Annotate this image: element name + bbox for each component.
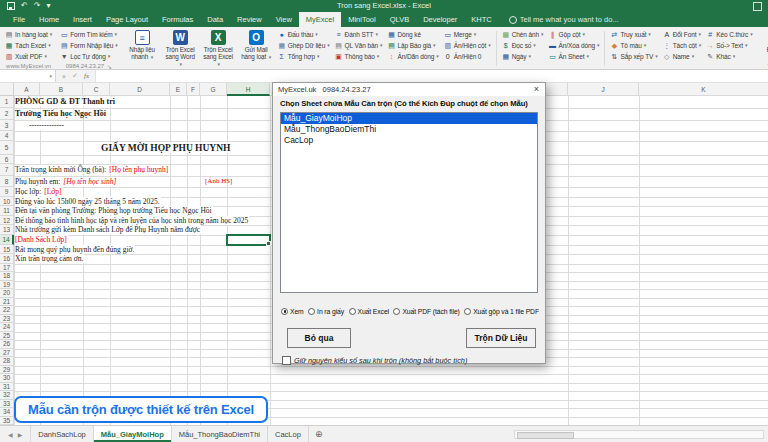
- row-header-9[interactable]: 9: [0, 187, 14, 197]
- dialog-launcher-icon[interactable]: ↘: [107, 63, 112, 70]
- ribbon-button-n-hi-n-0[interactable]: 0Ẩn/Hiện 0: [443, 51, 492, 61]
- row-header-18[interactable]: 18: [0, 272, 14, 281]
- row-header-25[interactable]: 25: [0, 332, 14, 341]
- ribbon-options-icon[interactable]: [753, 2, 762, 11]
- cell-text-row-5[interactable]: GIẤY MỜI HỌP PHỤ HUYNH: [101, 141, 231, 155]
- insert-function-icon[interactable]: fx: [84, 72, 89, 80]
- checkbox-icon[interactable]: [282, 356, 291, 365]
- row-header-16[interactable]: 16: [0, 254, 14, 264]
- row-header-17[interactable]: 17: [0, 264, 14, 273]
- ribbon-tab-page-layout[interactable]: Page Layout: [99, 12, 155, 27]
- ribbon-bigbutton-g-i-mail-h-ng-lo-t[interactable]: OGửi Mail hàng loạt ▾: [239, 29, 274, 61]
- row-header-31[interactable]: 31: [0, 383, 14, 392]
- ribbon-bigbutton-nh-p-li-u-nhanh[interactable]: ≡Nhập liệu nhanh ▾: [125, 29, 160, 61]
- ribbon-bigbutton-tr-n-excel-sang-excel[interactable]: XTrộn Excel sang Excel ▾: [201, 29, 236, 68]
- ribbon-button-d-ng-k[interactable]: ▦Dòng kẻ: [386, 29, 439, 39]
- cell-text-row-1[interactable]: PHÒNG GD & ĐT Thanh trì: [15, 96, 116, 108]
- row-header-24[interactable]: 24: [0, 323, 14, 332]
- ribbon-tab-qlvb[interactable]: QLVB: [383, 12, 416, 27]
- cell-text-row-9[interactable]: Học lớp: [Lớp]: [15, 187, 62, 197]
- row-header-8[interactable]: 8: [0, 176, 14, 188]
- ribbon-button-ch-n-nh[interactable]: ▩Chèn ảnh▾: [501, 29, 545, 39]
- ribbon-button-i-font[interactable]: AĐổi Font▾: [662, 29, 703, 39]
- radio-xu-t-g-p-v-1-file-pdf[interactable]: Xuất gộp và 1 file PDF: [464, 308, 539, 315]
- ribbon-button-n-sheet[interactable]: ▭Ẩn Sheet▾: [547, 51, 600, 61]
- ribbon-button-name[interactable]: ◇Name▾: [662, 51, 703, 61]
- ribbon-tab-file[interactable]: File: [6, 12, 32, 27]
- scrollbar-thumb[interactable]: [517, 432, 574, 439]
- cell-text-row-13[interactable]: Nhà trường gửi kèm Danh sách Lớp để Phụ …: [15, 225, 201, 235]
- sheet-listbox[interactable]: Mẫu_GiayMoiHopMẫu_ThongBaoDiemThiCacLop: [280, 112, 538, 293]
- ribbon-tab-home[interactable]: Home: [32, 12, 66, 27]
- row-header-5[interactable]: 5: [0, 141, 14, 155]
- column-header-f[interactable]: F: [187, 83, 200, 96]
- cell-text-row-8[interactable]: Phụ huynh em: [Họ tên học sinh]: [15, 176, 117, 188]
- row-header-32[interactable]: 32: [0, 391, 14, 400]
- radio-circle-icon[interactable]: [464, 308, 471, 315]
- row-header-30[interactable]: 30: [0, 374, 14, 383]
- row-header-7[interactable]: 7: [0, 164, 14, 176]
- ribbon-button-form-nh-p-li-u[interactable]: ▤Form Nhập liệu▾: [59, 40, 118, 50]
- cell-text-row-3[interactable]: --------------: [29, 120, 65, 131]
- column-header-a[interactable]: A: [14, 83, 40, 96]
- save-icon[interactable]: [7, 2, 15, 10]
- name-box[interactable]: ▾: [0, 70, 56, 82]
- row-header-12[interactable]: 12: [0, 216, 14, 226]
- ribbon-button-truy-xu-t[interactable]: ⇄Truy xuất▾: [609, 29, 658, 39]
- ribbon-button-kh-c[interactable]: ✎Khác▾: [705, 51, 753, 61]
- formula-input[interactable]: [96, 70, 768, 82]
- cell-text-row-2[interactable]: Trường Tiểu học Ngọc Hồi: [15, 108, 107, 120]
- name-box-dropdown-icon[interactable]: ▾: [49, 73, 55, 79]
- ribbon-tab-data[interactable]: Data: [200, 12, 230, 27]
- skip-button[interactable]: Bỏ qua: [287, 328, 351, 348]
- ribbon-button-t-ch-excel[interactable]: ▦Tách Excel▾: [4, 40, 53, 50]
- ribbon-button-l-c-t-ng[interactable]: ▼Lọc Tự động▾: [59, 51, 118, 61]
- column-header-c[interactable]: C: [83, 83, 110, 96]
- cell-text-row-7[interactable]: Trân trọng kính mời Ông (bà): [Họ tên ph…: [15, 164, 169, 176]
- row-header-13[interactable]: 13: [0, 225, 14, 235]
- ribbon-button-xu-t-pdf[interactable]: ▥Xuất PDF▾: [4, 51, 53, 61]
- ribbon-button-c-s[interactable]: $Đọc số▾: [501, 40, 545, 50]
- row-header-3[interactable]: 3: [0, 120, 14, 131]
- row-header-22[interactable]: 22: [0, 306, 14, 315]
- activated-button[interactable]: Đã kích hoạt: [760, 29, 768, 60]
- sheet-tab-m-u-thongbaodiemthi[interactable]: Mẫu_ThongBaoDiemThi: [172, 426, 268, 442]
- new-sheet-icon[interactable]: ⊕: [309, 426, 329, 442]
- column-header-h[interactable]: H: [227, 83, 270, 96]
- select-all-corner[interactable]: [0, 83, 14, 96]
- radio-xu-t-excel[interactable]: Xuất Excel: [349, 308, 390, 315]
- ribbon-button-s-p-x-p-tv[interactable]: ⇅Sắp xếp TV▾: [609, 51, 658, 61]
- row-header-29[interactable]: 29: [0, 366, 14, 375]
- row-header-15[interactable]: 15: [0, 245, 14, 255]
- ribbon-button-g-p-c-t[interactable]: ∥Gộp cột▾: [547, 29, 600, 39]
- horizontal-scrollbar[interactable]: [514, 430, 764, 439]
- column-header-g[interactable]: G: [200, 83, 227, 96]
- cell-text-row-10[interactable]: Đúng vào lúc 15h00 ngày 25 tháng 5 năm 2…: [15, 197, 161, 207]
- ribbon-button-s-text[interactable]: →Số-> Text▾: [705, 40, 753, 50]
- cell-text-row-16[interactable]: Xin trân trọng cảm ơn.: [15, 254, 84, 264]
- merge-data-button[interactable]: Trộn Dữ Liệu: [466, 328, 536, 348]
- row-header-20[interactable]: 20: [0, 289, 14, 298]
- cell-text-row-11[interactable]: Đến tại văn phòng Trường: Phòng họp trườ…: [15, 206, 213, 216]
- ribbon-button-gh-p-d-li-u[interactable]: ▦Ghép Dữ liệu▾: [277, 40, 331, 50]
- dialog-title-bar[interactable]: MyExcel.uk 0984.24.23.27 ×: [273, 83, 545, 96]
- row-header-10[interactable]: 10: [0, 197, 14, 207]
- dialog-close-icon[interactable]: ×: [528, 83, 545, 96]
- ribbon-button-n-hi-n-c-t[interactable]: ▥Ẩn/Hiện cột▾: [443, 40, 492, 50]
- row-header-19[interactable]: 19: [0, 281, 14, 290]
- radio-xem[interactable]: Xem: [281, 308, 304, 315]
- ribbon-tab-review[interactable]: Review: [230, 12, 269, 27]
- sheet-tab-caclop[interactable]: CacLop: [268, 426, 309, 442]
- ribbon-button-k-o-c-th-c[interactable]: #Kéo C.thức▾: [705, 29, 753, 39]
- qat-customize-icon[interactable]: ▾: [46, 2, 50, 10]
- ribbon-button-in-h-ng-lo-t[interactable]: ▤In hàng loạt▾: [4, 29, 53, 39]
- sheet-tab-m-u-giaymoihop[interactable]: Mẫu_GiayMoiHop: [94, 426, 172, 442]
- ribbon-tab-view[interactable]: View: [269, 12, 299, 27]
- row-header-35[interactable]: 35: [0, 417, 14, 425]
- redo-icon[interactable]: ↷: [34, 2, 41, 10]
- sheet-nav-left-icon[interactable]: ◀: [8, 431, 13, 438]
- row-header-11[interactable]: 11: [0, 206, 14, 216]
- row-header-1[interactable]: 1: [0, 96, 14, 108]
- cancel-formula-icon[interactable]: ×: [62, 73, 66, 80]
- ribbon-tab-minitool[interactable]: MiniTool: [341, 12, 383, 27]
